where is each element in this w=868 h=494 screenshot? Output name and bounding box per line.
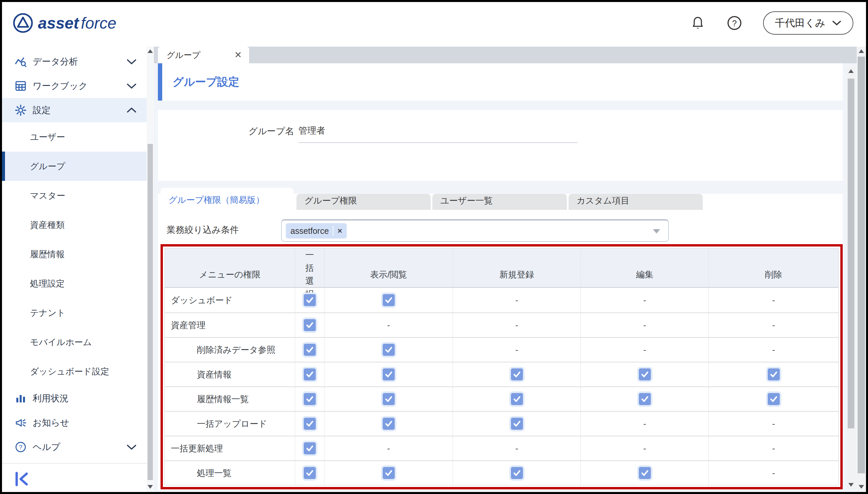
checkbox-checked[interactable] [639, 368, 651, 380]
window-scrollbar-thumb[interactable] [858, 57, 865, 473]
group-name-input[interactable]: 管理者 [298, 125, 325, 137]
scroll-down-arrow-icon[interactable] [148, 485, 153, 489]
sidebar-scrollbar-thumb[interactable] [148, 144, 153, 480]
logo-force-word: force [81, 14, 117, 32]
permission-cell-checked [453, 412, 581, 436]
checkbox-checked[interactable] [383, 467, 395, 479]
sidebar-collapse-button[interactable] [13, 470, 31, 488]
help-icon[interactable]: ? [727, 15, 742, 31]
checkbox-checked[interactable] [383, 344, 395, 356]
sidebar-subitem-label: ユーザー [30, 131, 65, 143]
no-permission-dash: - [643, 319, 646, 332]
sidebar-scrollbar[interactable] [147, 46, 154, 492]
header-actions: ? 千代田くみ [690, 11, 853, 35]
notifications-bell-icon[interactable] [690, 15, 706, 31]
sidebar-item-announcements[interactable]: お知らせ [2, 411, 147, 435]
sidebar-item-process-settings[interactable]: 処理設定 [2, 269, 147, 298]
tab-group[interactable]: グループ ✕ [158, 46, 249, 63]
sidebar-item-master[interactable]: マスター [2, 181, 147, 210]
permission-cell-empty: - [709, 461, 838, 485]
checkbox-checked[interactable] [304, 442, 316, 454]
sidebar-item-usage[interactable]: 利用状況 [2, 386, 147, 411]
checkbox-checked[interactable] [511, 368, 523, 380]
tab-group-permissions[interactable]: グループ権限 [296, 194, 431, 210]
sidebar-item-groups[interactable]: グループ [2, 152, 147, 181]
content-scrollbar-thumb[interactable] [848, 79, 854, 429]
sidebar-item-workbook[interactable]: ワークブック [2, 74, 147, 98]
permission-cell-empty: - [709, 412, 838, 436]
checkbox-checked[interactable] [768, 393, 780, 405]
sidebar-item-dashboard-settings[interactable]: ダッシュボード設定 [2, 357, 147, 386]
sidebar-item-label: お知らせ [33, 417, 69, 429]
scroll-up-arrow-icon[interactable] [859, 49, 864, 53]
checkbox-checked[interactable] [511, 418, 523, 430]
sidebar-item-label: 利用状況 [33, 393, 69, 404]
tab-label: カスタム項目 [577, 195, 629, 207]
window-scrollbar[interactable] [857, 46, 866, 492]
checkbox-checked[interactable] [383, 393, 395, 405]
sidebar-item-settings[interactable]: 設定 [2, 98, 147, 122]
checkbox-checked[interactable] [304, 294, 316, 306]
checkbox-checked[interactable] [639, 467, 651, 479]
sidebar-subitem-label: テナント [30, 307, 65, 319]
permission-cell-checked [581, 387, 709, 411]
permission-cell-checked [295, 338, 324, 362]
sidebar-item-help[interactable]: ? ヘルプ [2, 435, 147, 459]
scroll-up-arrow-icon[interactable] [848, 69, 854, 73]
sidebar-item-history-info[interactable]: 履歴情報 [2, 240, 147, 269]
table-row: 一括アップロード-- [165, 411, 838, 436]
checkbox-checked[interactable] [304, 368, 316, 380]
checkbox-checked[interactable] [511, 393, 523, 405]
select-caret-icon[interactable] [653, 229, 660, 233]
checkbox-checked[interactable] [768, 368, 780, 380]
tab-label: グループ権限 [305, 195, 357, 207]
checkbox-checked[interactable] [304, 467, 316, 479]
no-permission-dash: - [643, 442, 646, 455]
checkbox-checked[interactable] [304, 319, 316, 331]
tab-label: グループ権限（簡易版） [169, 194, 265, 206]
row-label: 一括アップロード [165, 412, 295, 436]
checkbox-checked[interactable] [383, 418, 395, 430]
chip-label: assetforce [290, 226, 329, 236]
scroll-down-arrow-icon[interactable] [859, 485, 864, 489]
highlighted-permissions-region: メニューの権限 一括選択 表示/閲覧 新規登録 編集 削除 ダッシュボード---… [160, 244, 843, 489]
checkbox-checked[interactable] [304, 418, 316, 430]
no-permission-dash: - [387, 442, 390, 455]
checkbox-checked[interactable] [304, 344, 316, 356]
tab-close-icon[interactable]: ✕ [234, 50, 242, 60]
user-menu-button[interactable]: 千代田くみ [763, 11, 853, 35]
permission-cell-empty: - [453, 288, 581, 312]
permission-cell-checked [324, 387, 453, 411]
sidebar-item-asset-types[interactable]: 資産種類 [2, 210, 147, 240]
content-scrollbar[interactable] [847, 66, 855, 490]
permission-cell-empty: - [709, 288, 838, 312]
app-body: データ分析 ワークブック [2, 46, 866, 492]
tab-label: グループ [167, 50, 200, 61]
sidebar-item-tenant[interactable]: テナント [2, 298, 147, 327]
permission-cell-checked [324, 362, 453, 386]
tab-custom-fields[interactable]: カスタム項目 [568, 194, 703, 210]
business-filter-select[interactable]: assetforce × [281, 219, 669, 242]
permission-cell-empty: - [709, 436, 838, 460]
no-permission-dash: - [387, 319, 390, 332]
tab-group-permissions-simple[interactable]: グループ権限（簡易版） [160, 188, 293, 210]
sidebar-item-mobile-home[interactable]: モバイルホーム [2, 327, 147, 357]
sidebar-item-label: データ分析 [33, 56, 78, 68]
checkbox-checked[interactable] [304, 393, 316, 405]
checkbox-checked[interactable] [639, 393, 651, 405]
scroll-up-arrow-icon[interactable] [148, 49, 153, 53]
group-name-underline [298, 142, 578, 143]
sidebar-item-label: 設定 [33, 104, 51, 116]
tab-user-list[interactable]: ユーザー一覧 [432, 194, 567, 210]
no-permission-dash: - [772, 467, 775, 480]
sidebar-item-data-analysis[interactable]: データ分析 [2, 49, 147, 74]
checkbox-checked[interactable] [383, 368, 395, 380]
permission-cell-checked [324, 461, 453, 485]
no-permission-dash: - [772, 319, 775, 332]
checkbox-checked[interactable] [383, 294, 395, 306]
chip-remove-icon[interactable]: × [337, 226, 342, 235]
checkbox-checked[interactable] [511, 467, 523, 479]
sidebar-item-users[interactable]: ユーザー [2, 122, 147, 152]
gear-icon [15, 104, 27, 116]
scroll-down-arrow-icon[interactable] [848, 483, 854, 487]
